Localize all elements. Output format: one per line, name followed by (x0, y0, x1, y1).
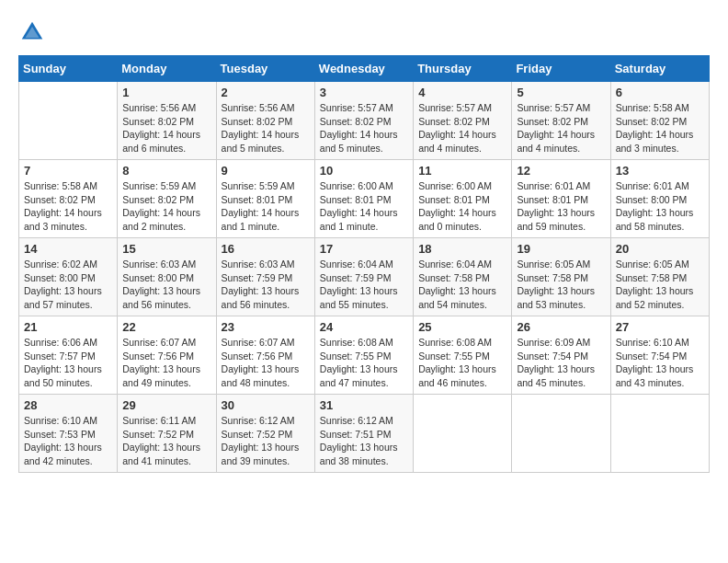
calendar-cell: 1Sunrise: 5:56 AMSunset: 8:02 PMDaylight… (118, 82, 216, 160)
day-info: Sunrise: 5:56 AMSunset: 8:02 PMDaylight:… (222, 101, 310, 155)
calendar-cell: 5Sunrise: 5:57 AMSunset: 8:02 PMDaylight… (512, 82, 610, 160)
day-number: 7 (24, 164, 112, 178)
day-info: Sunrise: 6:04 AMSunset: 7:59 PMDaylight:… (320, 258, 408, 312)
day-info: Sunrise: 6:03 AMSunset: 8:00 PMDaylight:… (122, 258, 210, 312)
day-info: Sunrise: 6:08 AMSunset: 7:55 PMDaylight:… (418, 336, 506, 390)
day-number: 2 (222, 86, 310, 99)
calendar-cell: 30Sunrise: 6:12 AMSunset: 7:52 PMDayligh… (216, 395, 314, 473)
calendar-week-4: 21Sunrise: 6:06 AMSunset: 7:57 PMDayligh… (19, 316, 710, 395)
calendar-cell: 15Sunrise: 6:03 AMSunset: 8:00 PMDayligh… (118, 238, 216, 316)
day-number: 1 (122, 86, 210, 99)
day-info: Sunrise: 6:10 AMSunset: 7:53 PMDaylight:… (24, 414, 112, 468)
day-info: Sunrise: 6:12 AMSunset: 7:52 PMDaylight:… (222, 414, 310, 468)
calendar-week-1: 1Sunrise: 5:56 AMSunset: 8:02 PMDaylight… (19, 82, 710, 160)
calendar-cell: 22Sunrise: 6:07 AMSunset: 7:56 PMDayligh… (118, 316, 216, 395)
day-info: Sunrise: 6:10 AMSunset: 7:54 PMDaylight:… (616, 336, 704, 390)
day-info: Sunrise: 6:01 AMSunset: 8:00 PMDaylight:… (616, 179, 704, 234)
calendar-cell: 21Sunrise: 6:06 AMSunset: 7:57 PMDayligh… (19, 316, 118, 395)
day-info: Sunrise: 5:59 AMSunset: 8:02 PMDaylight:… (122, 179, 210, 234)
calendar-cell: 27Sunrise: 6:10 AMSunset: 7:54 PMDayligh… (610, 316, 709, 395)
calendar-cell: 17Sunrise: 6:04 AMSunset: 7:59 PMDayligh… (314, 238, 413, 316)
day-info: Sunrise: 5:57 AMSunset: 8:02 PMDaylight:… (418, 101, 506, 155)
calendar-week-5: 28Sunrise: 6:10 AMSunset: 7:53 PMDayligh… (19, 395, 710, 473)
day-number: 5 (517, 86, 605, 99)
calendar-cell: 16Sunrise: 6:03 AMSunset: 7:59 PMDayligh… (216, 238, 314, 316)
calendar-cell: 6Sunrise: 5:58 AMSunset: 8:02 PMDaylight… (610, 82, 709, 160)
day-info: Sunrise: 6:02 AMSunset: 8:00 PMDaylight:… (24, 258, 112, 312)
day-number: 28 (24, 398, 112, 412)
calendar-cell: 9Sunrise: 5:59 AMSunset: 8:01 PMDaylight… (216, 160, 314, 238)
calendar-cell (19, 82, 118, 160)
day-number: 9 (222, 164, 310, 178)
header-friday: Friday (512, 56, 610, 82)
day-number: 26 (517, 320, 605, 334)
day-info: Sunrise: 6:11 AMSunset: 7:52 PMDaylight:… (122, 414, 210, 468)
calendar-cell: 28Sunrise: 6:10 AMSunset: 7:53 PMDayligh… (19, 395, 118, 473)
day-info: Sunrise: 6:05 AMSunset: 7:58 PMDaylight:… (616, 258, 704, 312)
day-number: 31 (320, 398, 408, 412)
day-info: Sunrise: 6:05 AMSunset: 7:58 PMDaylight:… (517, 258, 605, 312)
page-header (18, 18, 710, 46)
calendar-cell (610, 395, 709, 473)
day-number: 10 (320, 164, 408, 178)
logo-icon (18, 18, 46, 46)
day-number: 18 (418, 242, 506, 256)
calendar-cell: 18Sunrise: 6:04 AMSunset: 7:58 PMDayligh… (414, 238, 512, 316)
day-number: 12 (517, 164, 605, 178)
calendar-cell: 13Sunrise: 6:01 AMSunset: 8:00 PMDayligh… (610, 160, 709, 238)
header-sunday: Sunday (19, 56, 118, 82)
calendar-cell: 8Sunrise: 5:59 AMSunset: 8:02 PMDaylight… (118, 160, 216, 238)
day-number: 13 (616, 164, 704, 178)
day-info: Sunrise: 5:59 AMSunset: 8:01 PMDaylight:… (222, 179, 310, 234)
day-info: Sunrise: 5:58 AMSunset: 8:02 PMDaylight:… (616, 101, 704, 155)
header-saturday: Saturday (610, 56, 709, 82)
day-info: Sunrise: 5:57 AMSunset: 8:02 PMDaylight:… (320, 101, 408, 155)
day-number: 16 (222, 242, 310, 256)
calendar-header-row: SundayMondayTuesdayWednesdayThursdayFrid… (19, 56, 710, 82)
calendar-cell (414, 395, 512, 473)
calendar-cell (512, 395, 610, 473)
calendar-cell: 3Sunrise: 5:57 AMSunset: 8:02 PMDaylight… (314, 82, 413, 160)
day-info: Sunrise: 5:56 AMSunset: 8:02 PMDaylight:… (122, 101, 210, 155)
day-number: 3 (320, 86, 408, 99)
calendar-week-2: 7Sunrise: 5:58 AMSunset: 8:02 PMDaylight… (19, 160, 710, 238)
day-number: 20 (616, 242, 704, 256)
calendar-cell: 19Sunrise: 6:05 AMSunset: 7:58 PMDayligh… (512, 238, 610, 316)
calendar-cell: 12Sunrise: 6:01 AMSunset: 8:01 PMDayligh… (512, 160, 610, 238)
day-info: Sunrise: 6:08 AMSunset: 7:55 PMDaylight:… (320, 336, 408, 390)
day-number: 4 (418, 86, 506, 99)
calendar-cell: 4Sunrise: 5:57 AMSunset: 8:02 PMDaylight… (414, 82, 512, 160)
day-info: Sunrise: 6:00 AMSunset: 8:01 PMDaylight:… (418, 179, 506, 234)
day-number: 24 (320, 320, 408, 334)
day-number: 19 (517, 242, 605, 256)
calendar-table: SundayMondayTuesdayWednesdayThursdayFrid… (18, 55, 710, 473)
day-number: 11 (418, 164, 506, 178)
day-info: Sunrise: 6:09 AMSunset: 7:54 PMDaylight:… (517, 336, 605, 390)
day-number: 6 (616, 86, 704, 99)
day-number: 22 (122, 320, 210, 334)
calendar-week-3: 14Sunrise: 6:02 AMSunset: 8:00 PMDayligh… (19, 238, 710, 316)
day-number: 30 (222, 398, 310, 412)
day-info: Sunrise: 6:00 AMSunset: 8:01 PMDaylight:… (320, 179, 408, 234)
calendar-cell: 11Sunrise: 6:00 AMSunset: 8:01 PMDayligh… (414, 160, 512, 238)
header-wednesday: Wednesday (314, 56, 413, 82)
day-number: 25 (418, 320, 506, 334)
logo (18, 18, 50, 46)
day-info: Sunrise: 5:57 AMSunset: 8:02 PMDaylight:… (517, 101, 605, 155)
day-number: 17 (320, 242, 408, 256)
calendar-cell: 24Sunrise: 6:08 AMSunset: 7:55 PMDayligh… (314, 316, 413, 395)
day-number: 8 (122, 164, 210, 178)
day-number: 23 (222, 320, 310, 334)
calendar-cell: 20Sunrise: 6:05 AMSunset: 7:58 PMDayligh… (610, 238, 709, 316)
header-thursday: Thursday (414, 56, 512, 82)
calendar-cell: 31Sunrise: 6:12 AMSunset: 7:51 PMDayligh… (314, 395, 413, 473)
day-number: 21 (24, 320, 112, 334)
day-info: Sunrise: 6:07 AMSunset: 7:56 PMDaylight:… (222, 336, 310, 390)
calendar-cell: 25Sunrise: 6:08 AMSunset: 7:55 PMDayligh… (414, 316, 512, 395)
day-number: 14 (24, 242, 112, 256)
calendar-cell: 14Sunrise: 6:02 AMSunset: 8:00 PMDayligh… (19, 238, 118, 316)
calendar-cell: 2Sunrise: 5:56 AMSunset: 8:02 PMDaylight… (216, 82, 314, 160)
calendar-cell: 10Sunrise: 6:00 AMSunset: 8:01 PMDayligh… (314, 160, 413, 238)
day-info: Sunrise: 6:04 AMSunset: 7:58 PMDaylight:… (418, 258, 506, 312)
day-info: Sunrise: 6:12 AMSunset: 7:51 PMDaylight:… (320, 414, 408, 468)
